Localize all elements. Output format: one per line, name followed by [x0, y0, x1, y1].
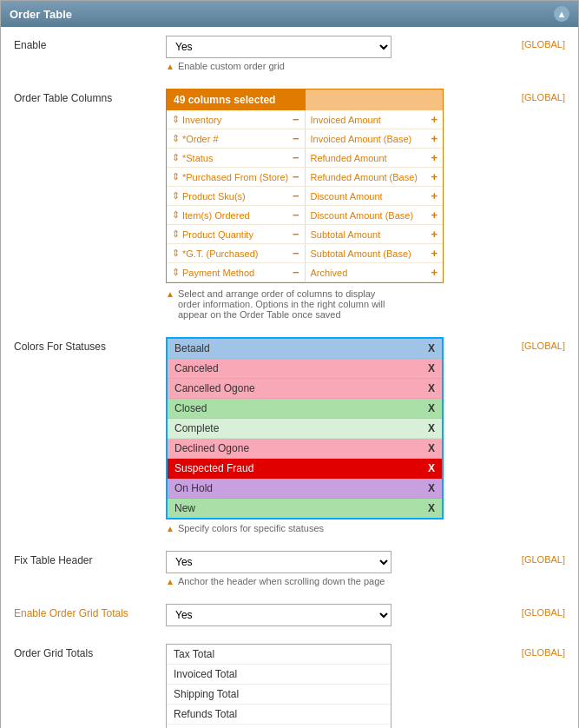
add-col-button[interactable]: + [431, 170, 438, 183]
order-table-columns-label: Order Table Columns [14, 89, 166, 104]
columns-header-row: 49 columns selected [167, 89, 443, 110]
status-name: Cancelled Ogone [174, 382, 255, 394]
status-item-canceled[interactable]: Canceled X [168, 359, 442, 379]
columns-right: Invoiced Amount + Invoiced Amount (Base)… [305, 110, 443, 282]
status-remove-button[interactable]: X [428, 422, 435, 434]
remove-col-button[interactable]: − [293, 228, 299, 241]
list-item: ⇕ *Order # − [167, 129, 305, 149]
list-item: ⇕ Payment Method − [167, 263, 305, 282]
list-item: ⇕ *Status − [167, 149, 305, 168]
enable-order-grid-totals-row: Enable Order Grid Totals Yes No [GLOBAL] [14, 604, 565, 632]
drag-icon[interactable]: ⇕ [172, 171, 180, 182]
drag-icon[interactable]: ⇕ [172, 209, 180, 221]
colors-hint: ▲ Specify colors for specific statuses [166, 523, 513, 533]
col-name: *Status [182, 153, 213, 163]
list-item: Coupons Total [167, 725, 391, 728]
remove-col-button[interactable]: − [293, 208, 299, 222]
fix-table-header-control: Yes No ▲ Anchor the header when scrollin… [166, 551, 513, 586]
col-name: Refunded Amount [310, 153, 386, 163]
add-col-button[interactable]: + [431, 208, 438, 222]
status-item-declined-ogone[interactable]: Declined Ogone X [168, 439, 442, 459]
list-item: Refunded Amount + [305, 149, 443, 168]
hint-triangle-icon: ▲ [166, 577, 174, 586]
status-remove-button[interactable]: X [428, 362, 435, 374]
list-item: Tax Total [167, 645, 391, 665]
enable-control: Yes No ▲ Enable custom order grid [166, 36, 513, 71]
enable-row: Enable Yes No ▲ Enable custom order grid… [14, 36, 565, 76]
add-col-button[interactable]: + [431, 247, 438, 260]
list-item: ⇕ *Purchased From (Store) − [167, 168, 305, 187]
remove-col-button[interactable]: − [293, 170, 299, 183]
list-item: Refunded Amount (Base) + [305, 168, 443, 187]
remove-col-button[interactable]: − [293, 113, 299, 126]
add-col-button[interactable]: + [431, 266, 438, 279]
drag-icon[interactable]: ⇕ [172, 248, 180, 259]
col-name: Archived [310, 268, 347, 278]
col-name: Inventory [182, 115, 221, 125]
drag-icon[interactable]: ⇕ [172, 152, 180, 163]
status-item-suspected-fraud[interactable]: Suspected Fraud X [168, 459, 442, 479]
list-item: ⇕ *G.T. (Purchased) − [167, 244, 305, 263]
content-area: Enable Yes No ▲ Enable custom order grid… [1, 27, 578, 728]
col-name: Subtotal Amount [310, 229, 380, 240]
status-remove-button[interactable]: X [428, 442, 435, 454]
add-col-button[interactable]: + [431, 151, 438, 164]
status-remove-button[interactable]: X [428, 382, 435, 394]
hint-triangle-icon: ▲ [166, 289, 174, 299]
add-col-button[interactable]: + [431, 113, 438, 126]
list-item: Invoiced Amount (Base) + [305, 129, 443, 149]
enable-global: [GLOBAL] [522, 36, 565, 50]
colors-for-statuses-row: Colors For Statuses Betaald X Canceled X… [14, 337, 565, 539]
drag-icon[interactable]: ⇕ [172, 133, 180, 144]
status-name: On Hold [174, 482, 213, 494]
enable-select[interactable]: Yes No [166, 36, 391, 58]
order-table-window: Order Table ▲ Enable Yes No ▲ Enable cus… [0, 0, 579, 728]
remove-col-button[interactable]: − [293, 151, 299, 164]
status-remove-button[interactable]: X [428, 482, 435, 494]
fix-table-header-global: [GLOBAL] [522, 551, 565, 565]
enable-order-grid-totals-label: Enable Order Grid Totals [14, 604, 166, 619]
colors-for-statuses-control: Betaald X Canceled X Cancelled Ogone X C… [166, 337, 513, 533]
status-item-complete[interactable]: Complete X [168, 419, 442, 439]
remove-col-button[interactable]: − [293, 132, 299, 145]
remove-col-button[interactable]: − [293, 189, 299, 202]
list-item: Discount Amount + [305, 187, 443, 206]
window-title-icon[interactable]: ▲ [554, 6, 569, 22]
col-name: Product Sku(s) [182, 191, 246, 202]
status-name: Declined Ogone [174, 442, 249, 454]
status-item-closed[interactable]: Closed X [168, 399, 442, 419]
status-remove-button[interactable]: X [428, 402, 435, 414]
columns-header-selected: 49 columns selected [167, 89, 306, 110]
status-remove-button[interactable]: X [428, 502, 435, 514]
status-name: Complete [174, 422, 219, 434]
col-name: Invoiced Amount (Base) [310, 134, 411, 144]
status-remove-button[interactable]: X [428, 342, 435, 354]
drag-icon[interactable]: ⇕ [172, 228, 180, 240]
hint-triangle-icon: ▲ [166, 524, 174, 533]
remove-col-button[interactable]: − [293, 247, 299, 260]
columns-left: ⇕ Inventory − ⇕ *Order # − [167, 110, 305, 282]
list-item: Invoiced Total [167, 665, 391, 685]
add-col-button[interactable]: + [431, 189, 438, 202]
drag-icon[interactable]: ⇕ [172, 267, 180, 278]
enable-hint: ▲ Enable custom order grid [166, 61, 513, 71]
add-col-button[interactable]: + [431, 132, 438, 145]
status-item-on-hold[interactable]: On Hold X [168, 479, 442, 499]
order-grid-totals-control: Tax Total Invoiced Total Shipping Total … [166, 644, 513, 728]
list-item: Refunds Total [167, 705, 391, 725]
status-name: Canceled [174, 362, 219, 374]
order-table-columns-row: Order Table Columns 49 columns selected … [14, 89, 565, 325]
fix-table-header-select[interactable]: Yes No [166, 551, 391, 573]
columns-body: ⇕ Inventory − ⇕ *Order # − [167, 110, 443, 282]
drag-icon[interactable]: ⇕ [172, 190, 180, 202]
col-name: *G.T. (Purchased) [182, 248, 258, 259]
enable-order-grid-totals-select[interactable]: Yes No [166, 604, 391, 626]
status-item-cancelled-ogone[interactable]: Cancelled Ogone X [168, 379, 442, 399]
col-name: Refunded Amount (Base) [310, 172, 418, 182]
remove-col-button[interactable]: − [293, 266, 299, 279]
drag-icon[interactable]: ⇕ [172, 114, 180, 125]
status-item-betaald[interactable]: Betaald X [168, 339, 442, 359]
add-col-button[interactable]: + [431, 228, 438, 241]
status-remove-button[interactable]: X [428, 462, 435, 474]
status-item-new[interactable]: New X [168, 499, 442, 518]
